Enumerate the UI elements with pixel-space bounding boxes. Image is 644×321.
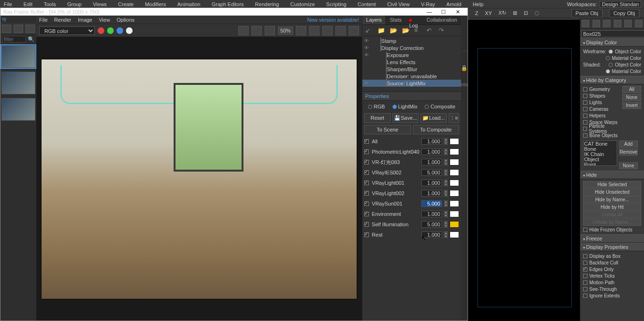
- checkbox[interactable]: [583, 294, 587, 298]
- snap-cycle-icon[interactable]: ◌: [535, 10, 539, 16]
- maximize-button[interactable]: ☐: [436, 8, 451, 15]
- menu-content[interactable]: Content: [358, 1, 376, 7]
- menu-customize[interactable]: Customize: [290, 1, 315, 7]
- tab-collaboration[interactable]: Collaboration: [423, 16, 461, 25]
- side-dots-icon[interactable]: ⋯: [462, 49, 467, 55]
- mode-rgb[interactable]: RGB: [368, 104, 385, 109]
- axis-xy-rot[interactable]: X↻: [498, 10, 506, 16]
- mode-lightmix[interactable]: LightMix: [393, 104, 418, 109]
- checkbox[interactable]: [583, 280, 587, 285]
- menu-help[interactable]: Help: [473, 1, 484, 7]
- create-tab-icon[interactable]: [582, 20, 589, 27]
- render-viewport[interactable]: [36, 37, 362, 321]
- load-image-icon[interactable]: [251, 26, 262, 35]
- display-props-rollout[interactable]: Display Properties: [580, 243, 644, 251]
- light-enable-checkbox[interactable]: [364, 160, 369, 165]
- copy-obj-button[interactable]: Copy Obj: [609, 9, 639, 17]
- light-color-swatch[interactable]: [450, 221, 459, 228]
- menu-civil-view[interactable]: Civil View: [387, 1, 410, 7]
- folder-icon[interactable]: 📁: [377, 27, 385, 34]
- tree-row-source-lightmix[interactable]: 👁 Source: LightMix: [362, 80, 461, 87]
- tree-row-denoiser-unavailable[interactable]: Denoiser: unavailable: [362, 73, 461, 80]
- hbc-none-button[interactable]: None: [622, 94, 641, 101]
- hide-frozen-checkbox[interactable]: [583, 228, 587, 232]
- vfb-menu-image[interactable]: Image: [78, 17, 92, 23]
- checkbox[interactable]: [583, 127, 587, 131]
- dp-edges-only[interactable]: Edges Only: [583, 266, 641, 272]
- to-scene-button[interactable]: To Scene: [364, 125, 410, 134]
- channel-dropdown[interactable]: RGB color: [39, 26, 95, 35]
- hbc-cameras[interactable]: Cameras: [583, 106, 620, 112]
- hbc-particle-systems[interactable]: Particle Systems: [583, 125, 620, 132]
- axis-z[interactable]: Z: [475, 10, 478, 16]
- shaded-matcolor-radio[interactable]: [606, 69, 610, 74]
- light-color-swatch[interactable]: [450, 169, 459, 176]
- spinner-icon[interactable]: ▲▼: [444, 180, 448, 186]
- checkbox[interactable]: [583, 274, 587, 278]
- light-color-swatch[interactable]: [450, 211, 459, 217]
- menu-graph-editors[interactable]: Graph Editors: [212, 1, 244, 7]
- tab-layers[interactable]: Layers: [362, 16, 386, 25]
- render-last-icon[interactable]: [335, 26, 346, 35]
- list-icon[interactable]: ≡: [414, 27, 422, 34]
- light-enable-checkbox[interactable]: [364, 222, 369, 227]
- spinner-icon[interactable]: ▲▼: [444, 138, 448, 145]
- tree-row-stamp[interactable]: 👁 Stamp: [362, 37, 461, 44]
- hide-btn-hide-by-hit[interactable]: Hide by Hit: [583, 204, 641, 211]
- checkbox[interactable]: [583, 107, 587, 111]
- minimize-button[interactable]: —: [422, 8, 436, 15]
- spinner-icon[interactable]: ▲▼: [444, 169, 448, 176]
- motion-tab-icon[interactable]: [614, 20, 621, 27]
- search-icon[interactable]: 🔍: [28, 36, 34, 42]
- menu-group[interactable]: Group: [67, 1, 82, 7]
- add-layer-icon[interactable]: ↙: [365, 27, 373, 34]
- dp-ignore-extents[interactable]: Ignore Extents: [583, 292, 641, 299]
- hide-btn-hide-selected[interactable]: Hide Selected: [583, 181, 641, 188]
- folder-up-icon[interactable]: 📂: [390, 27, 397, 34]
- checkbox[interactable]: [583, 254, 587, 258]
- stop-render-icon[interactable]: [322, 26, 333, 35]
- save-image-icon[interactable]: [238, 26, 249, 35]
- tree-row-lens-effects[interactable]: Lens Effects: [362, 58, 461, 66]
- object-name-input[interactable]: [581, 30, 644, 37]
- mono-channel-icon[interactable]: [126, 27, 133, 34]
- dp-see-through[interactable]: See-Through: [583, 286, 641, 292]
- hide-btn-unhide-all[interactable]: Unhide All: [583, 211, 641, 218]
- spinner-icon[interactable]: ▲▼: [444, 211, 448, 217]
- save-button[interactable]: 💾Save...: [393, 113, 419, 123]
- menu-scripting[interactable]: Scripting: [326, 1, 346, 7]
- freeze-rollout[interactable]: Freeze: [580, 234, 644, 243]
- shaded-objcolor-radio[interactable]: [609, 63, 613, 67]
- visibility-toggle-icon[interactable]: 👁: [364, 52, 370, 58]
- menu-edit[interactable]: Edit: [24, 1, 33, 7]
- checkbox[interactable]: [583, 87, 587, 91]
- checkbox[interactable]: [583, 94, 587, 98]
- dp-backface-cull[interactable]: Backface Cull: [583, 259, 641, 266]
- visibility-toggle-icon[interactable]: 👁: [364, 45, 370, 50]
- axis-xy[interactable]: XY: [485, 10, 492, 16]
- hide-btn-hide-by-name-[interactable]: Hide by Name...: [583, 196, 641, 203]
- hide-btn-hide-unselected[interactable]: Hide Unselected: [583, 189, 641, 196]
- checkbox[interactable]: [583, 133, 587, 138]
- options-button[interactable]: ⋮≡: [449, 113, 459, 123]
- menu-views[interactable]: Views: [93, 1, 107, 7]
- light-color-swatch[interactable]: [450, 180, 459, 186]
- render-icon[interactable]: [349, 26, 359, 35]
- red-channel-icon[interactable]: [98, 27, 104, 34]
- spinner-icon[interactable]: ▲▼: [444, 200, 448, 207]
- side-lock-icon[interactable]: 🔒: [461, 65, 468, 71]
- hide-by-category-rollout[interactable]: Hide by Category: [580, 76, 644, 84]
- light-multiplier-input[interactable]: [421, 138, 442, 145]
- light-multiplier-input[interactable]: [421, 221, 442, 228]
- hbc-lights[interactable]: Lights: [583, 99, 620, 106]
- hbc-shapes[interactable]: Shapes: [583, 92, 620, 99]
- light-color-swatch[interactable]: [450, 190, 459, 197]
- history-filter-input[interactable]: [2, 36, 26, 42]
- menu-arnold[interactable]: Arnold: [446, 1, 461, 7]
- hbc-listbox[interactable]: CAT BoneBoneIK Chain ObjectPoint: [583, 140, 617, 166]
- dp-vertex-ticks[interactable]: Vertex Ticks: [583, 272, 641, 279]
- light-multiplier-input[interactable]: [421, 211, 442, 217]
- spinner-icon[interactable]: ▲▼: [444, 221, 448, 228]
- viewport[interactable]: [468, 20, 580, 321]
- spinner-icon[interactable]: ▲▼: [444, 159, 448, 165]
